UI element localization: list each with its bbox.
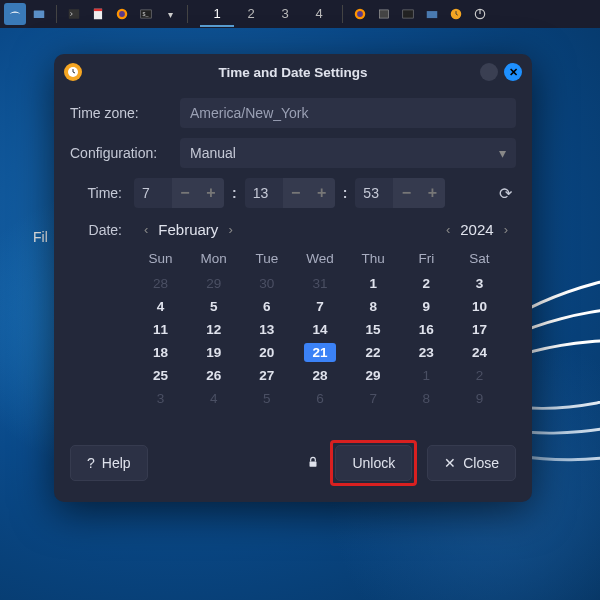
fm-task-icon[interactable] (421, 3, 443, 25)
power-icon[interactable] (469, 3, 491, 25)
dow-header: Mon (187, 247, 240, 272)
next-year-button[interactable]: › (500, 220, 512, 239)
unlock-button[interactable]: Unlock (335, 445, 412, 481)
calendar-day[interactable]: 11 (134, 318, 187, 341)
calendar-day[interactable]: 29 (347, 364, 400, 387)
prev-year-button[interactable]: ‹ (442, 220, 454, 239)
workspace-3[interactable]: 3 (268, 1, 302, 27)
svg-rect-1 (69, 9, 80, 18)
timezone-label: Time zone: (70, 105, 170, 121)
calendar-day[interactable]: 19 (187, 341, 240, 364)
calendar-day[interactable]: 4 (134, 295, 187, 318)
lock-icon (306, 455, 320, 472)
titlebar[interactable]: Time and Date Settings ✕ (54, 54, 532, 90)
hour-minus[interactable]: − (172, 178, 198, 208)
dow-header: Fri (400, 247, 453, 272)
clock-task-icon[interactable] (445, 3, 467, 25)
calendar-day[interactable]: 14 (293, 318, 346, 341)
svg-rect-17 (310, 461, 317, 466)
calendar-day[interactable]: 18 (134, 341, 187, 364)
dow-header: Sat (453, 247, 506, 272)
calendar-day[interactable]: 23 (400, 341, 453, 364)
calendar-day[interactable]: 2 (400, 272, 453, 295)
dow-header: Tue (240, 247, 293, 272)
help-button[interactable]: ?Help (70, 445, 148, 481)
calendar-day: 8 (400, 387, 453, 410)
calendar-day[interactable]: 22 (347, 341, 400, 364)
files-icon[interactable] (28, 3, 50, 25)
question-icon: ? (87, 455, 95, 471)
unlock-highlight: Unlock (330, 440, 417, 486)
taskbar: $_ ▾ 1 2 3 4 (0, 0, 600, 28)
calendar-day: 1 (400, 364, 453, 387)
calendar-day[interactable]: 28 (293, 364, 346, 387)
configuration-value: Manual (190, 145, 236, 161)
minimize-button[interactable] (480, 63, 498, 81)
timezone-input[interactable] (180, 98, 516, 128)
second-spinner[interactable]: 53 − + (355, 178, 445, 208)
workspace-switcher: 1 2 3 4 (200, 1, 336, 27)
calendar-day[interactable]: 20 (240, 341, 293, 364)
refresh-icon[interactable]: ⟳ (499, 184, 512, 203)
configuration-select[interactable]: Manual ▾ (180, 138, 516, 168)
minute-spinner[interactable]: 13 − + (245, 178, 335, 208)
calendar-day[interactable]: 10 (453, 295, 506, 318)
minute-plus[interactable]: + (309, 178, 335, 208)
svg-text:$_: $_ (143, 11, 149, 17)
calendar-day[interactable]: 24 (453, 341, 506, 364)
window-task-icon[interactable] (373, 3, 395, 25)
close-icon: ✕ (444, 455, 456, 471)
prev-month-button[interactable]: ‹ (140, 220, 152, 239)
calendar-day[interactable]: 13 (240, 318, 293, 341)
month-label: February (158, 221, 218, 238)
second-value[interactable]: 53 (355, 179, 393, 207)
firefox-task-icon[interactable] (349, 3, 371, 25)
minute-minus[interactable]: − (283, 178, 309, 208)
calendar-day: 5 (240, 387, 293, 410)
calendar-day: 29 (187, 272, 240, 295)
calendar-day[interactable]: 3 (453, 272, 506, 295)
second-plus[interactable]: + (419, 178, 445, 208)
calendar-day: 3 (134, 387, 187, 410)
calendar-day[interactable]: 25 (134, 364, 187, 387)
hour-value[interactable]: 7 (134, 179, 172, 207)
calendar-day[interactable]: 16 (400, 318, 453, 341)
calendar-day[interactable]: 1 (347, 272, 400, 295)
calendar-day[interactable]: 6 (240, 295, 293, 318)
hour-spinner[interactable]: 7 − + (134, 178, 224, 208)
minute-value[interactable]: 13 (245, 179, 283, 207)
editor-icon[interactable] (87, 3, 109, 25)
time-date-settings-dialog: Time and Date Settings ✕ Time zone: Conf… (54, 54, 532, 502)
second-minus[interactable]: − (393, 178, 419, 208)
term2-icon[interactable]: $_ (135, 3, 157, 25)
workspace-2[interactable]: 2 (234, 1, 268, 27)
calendar-day[interactable]: 27 (240, 364, 293, 387)
dow-header: Thu (347, 247, 400, 272)
close-button[interactable]: ✕Close (427, 445, 516, 481)
calendar-day[interactable]: 9 (400, 295, 453, 318)
calendar-day[interactable]: 17 (453, 318, 506, 341)
chevron-down-icon[interactable]: ▾ (159, 3, 181, 25)
calendar-day[interactable]: 12 (187, 318, 240, 341)
term-task-icon[interactable] (397, 3, 419, 25)
workspace-1[interactable]: 1 (200, 1, 234, 27)
calendar-day[interactable]: 15 (347, 318, 400, 341)
chevron-down-icon: ▾ (499, 145, 506, 161)
calendar: SunMonTueWedThuFriSat2829303112345678910… (70, 247, 516, 410)
app-menu-icon[interactable] (4, 3, 26, 25)
hour-plus[interactable]: + (198, 178, 224, 208)
calendar-day[interactable]: 21 (293, 341, 346, 364)
terminal-icon[interactable] (63, 3, 85, 25)
calendar-day[interactable]: 5 (187, 295, 240, 318)
workspace-4[interactable]: 4 (302, 1, 336, 27)
svg-point-9 (357, 11, 363, 17)
firefox-icon[interactable] (111, 3, 133, 25)
calendar-day[interactable]: 8 (347, 295, 400, 318)
next-month-button[interactable]: › (224, 220, 236, 239)
window-close-button[interactable]: ✕ (504, 63, 522, 81)
calendar-day[interactable]: 26 (187, 364, 240, 387)
calendar-day: 7 (347, 387, 400, 410)
calendar-day[interactable]: 7 (293, 295, 346, 318)
dialog-title: Time and Date Settings (54, 65, 532, 80)
svg-rect-0 (34, 11, 45, 19)
